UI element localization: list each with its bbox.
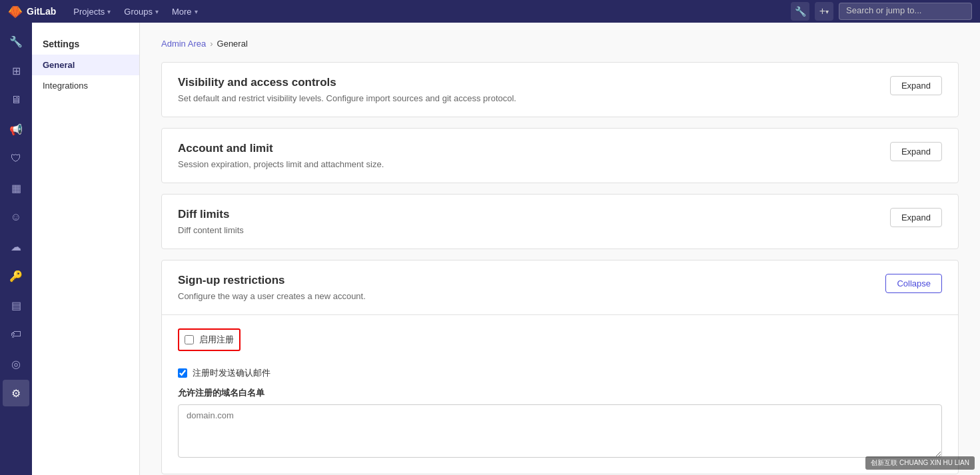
watermark: 创新互联 CHUANG XIN HU LIAN [865,456,975,470]
search-input[interactable]: Search or jump to... [839,3,972,20]
signup-collapse-button[interactable]: Collapse [885,274,942,293]
sidebar-icon-wrench[interactable]: 🔧 [3,28,29,55]
send-confirmation-row: 注册时发送确认邮件 [178,367,942,379]
spanner-icon-btn[interactable]: 🔧 [791,2,809,21]
allowlist-field-label: 允许注册的域名白名单 [178,387,942,399]
sidebar-icon-smiley[interactable]: ☺ [3,204,29,231]
gitlab-logo[interactable]: GitLab [8,4,56,19]
section-signup-header: Sign-up restrictions Configure the way a… [162,260,958,314]
section-visibility-info: Visibility and access controls Set defau… [178,76,874,103]
section-diff-title: Diff limits [178,208,874,221]
send-confirmation-label: 注册时发送确认邮件 [193,367,270,379]
section-signup-info: Sign-up restrictions Configure the way a… [178,274,869,301]
section-diff-header: Diff limits Diff content limits Expand [162,195,958,248]
section-diff: Diff limits Diff content limits Expand [161,194,959,249]
send-confirmation-checkbox[interactable] [178,368,187,378]
sidebar-icon-monitor[interactable]: 🖥 [3,87,29,113]
groups-chevron-icon: ▾ [155,8,159,15]
visibility-expand-button[interactable]: Expand [890,76,942,95]
projects-chevron-icon: ▾ [107,8,111,15]
sidebar-icon-cloud[interactable]: ☁ [3,233,29,260]
section-signup-body: 启用注册 注册时发送确认邮件 允许注册的域名白名单 [162,314,958,474]
section-account-desc: Session expiration, projects limit and a… [178,159,874,169]
sidebar-icon-grid[interactable]: ⊞ [3,57,29,84]
diff-expand-button[interactable]: Expand [890,208,942,227]
gitlab-label: GitLab [27,6,56,17]
section-signup: Sign-up restrictions Configure the way a… [161,260,959,474]
section-account-header: Account and limit Session expiration, pr… [162,129,958,183]
nav-more[interactable]: More ▾ [165,0,205,23]
sidebar-icon-gear[interactable]: ⚙ [3,380,29,406]
left-sidebar: 🔧 ⊞ 🖥 📢 🛡 ▦ ☺ ☁ 🔑 ▤ 🏷 ◎ ⚙ [0,23,32,475]
section-diff-desc: Diff content limits [178,225,874,235]
plus-button[interactable]: + ▾ [815,2,833,21]
section-account-title: Account and limit [178,142,874,155]
section-visibility-desc: Set default and restrict visibility leve… [178,93,874,103]
account-expand-button[interactable]: Expand [890,142,942,161]
plus-chevron-icon: ▾ [825,8,829,15]
sidebar-icon-tag[interactable]: 🏷 [3,321,29,348]
signup-enable-wrapper: 启用注册 [178,328,942,359]
section-visibility-header: Visibility and access controls Set defau… [162,63,958,117]
breadcrumb-separator: › [210,39,213,49]
sidebar-icon-table[interactable]: ▤ [3,292,29,318]
nav-groups[interactable]: Groups ▾ [117,0,165,23]
top-nav-right: 🔧 + ▾ Search or jump to... [791,2,972,21]
enable-signup-checkbox[interactable] [185,335,194,344]
settings-panel-title: Settings [32,33,139,55]
nav-projects[interactable]: Projects ▾ [67,0,117,23]
main-content: Admin Area › General Visibility and acce… [140,23,980,475]
sidebar-icon-map[interactable]: ◎ [3,350,29,377]
breadcrumb-current: General [217,39,248,49]
settings-item-general[interactable]: General [32,55,139,75]
section-signup-desc: Configure the way a user creates a new a… [178,291,869,301]
sidebar-icon-key[interactable]: 🔑 [3,262,29,289]
settings-item-integrations[interactable]: Integrations [32,75,139,96]
section-account-info: Account and limit Session expiration, pr… [178,142,874,169]
enable-signup-highlighted-row: 启用注册 [178,328,241,351]
section-signup-title: Sign-up restrictions [178,274,869,287]
more-chevron-icon: ▾ [195,8,198,15]
section-visibility-title: Visibility and access controls [178,76,874,89]
sidebar-icon-dashboard[interactable]: ▦ [3,175,29,201]
enable-signup-label: 启用注册 [199,334,234,346]
section-diff-info: Diff limits Diff content limits [178,208,874,235]
breadcrumb-parent[interactable]: Admin Area [161,39,206,49]
section-account: Account and limit Session expiration, pr… [161,128,959,183]
top-navigation: GitLab Projects ▾ Groups ▾ More ▾ 🔧 + ▾ … [0,0,980,23]
settings-panel: Settings General Integrations [32,23,140,475]
sidebar-icon-shield[interactable]: 🛡 [3,145,29,172]
allowlist-textarea[interactable] [178,404,942,458]
sidebar-icon-megaphone[interactable]: 📢 [3,116,29,143]
section-visibility: Visibility and access controls Set defau… [161,62,959,117]
breadcrumb: Admin Area › General [161,39,959,49]
